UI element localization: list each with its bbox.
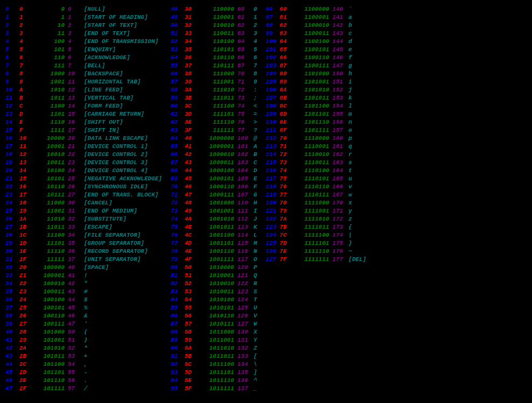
ascii-row: 121791111001171y xyxy=(266,207,366,215)
decimal-value: 44 xyxy=(5,360,19,369)
hex-value: 69 xyxy=(280,78,294,86)
decimal-value: 61 xyxy=(171,110,185,118)
octal-value: 120 xyxy=(237,264,253,272)
ascii-row: 462E10111056. xyxy=(5,377,162,385)
decimal-value: 52 xyxy=(171,38,185,46)
binary-value: 1011101 xyxy=(198,369,237,377)
char-description: [VERTICAL TAB] xyxy=(84,94,133,102)
char-description: & xyxy=(84,312,88,320)
octal-value: 51 xyxy=(68,336,84,344)
decimal-value: 7 xyxy=(5,62,19,70)
ascii-row: 1267E1111110176~ xyxy=(266,248,366,256)
decimal-value: 121 xyxy=(266,207,280,215)
decimal-value: 72 xyxy=(171,199,185,207)
char-description: ^ xyxy=(253,377,257,385)
char-description: + xyxy=(84,352,88,360)
decimal-value: 40 xyxy=(5,328,19,336)
char-description: ) xyxy=(84,336,88,344)
char-description: [END OF TRANS. BLOCK] xyxy=(84,191,159,199)
char-description: [END OF TEXT] xyxy=(84,30,130,38)
octal-value: 134 xyxy=(237,360,253,369)
binary-value: 1100000 xyxy=(294,5,332,13)
octal-value: 104 xyxy=(237,167,253,175)
octal-value: 100 xyxy=(237,135,253,143)
decimal-value: 102 xyxy=(266,54,280,62)
decimal-value: 3 xyxy=(5,30,19,38)
octal-value: 5 xyxy=(68,46,84,54)
hex-value: 42 xyxy=(185,151,198,159)
binary-value: 111011 xyxy=(198,94,237,102)
char-description: c xyxy=(349,30,352,38)
char-description: [SHIFT IN] xyxy=(84,126,119,135)
ascii-row: 633F11111177? xyxy=(171,126,257,135)
ascii-row: 452D10110155- xyxy=(5,369,162,377)
ascii-row: 65411000001101A xyxy=(171,143,257,151)
decimal-value: 56 xyxy=(171,70,185,78)
char-description: [ACKNOWLEDGE] xyxy=(84,54,130,62)
hex-value: 5 xyxy=(19,46,33,54)
binary-value: 11101 xyxy=(33,239,68,248)
binary-value: 0 xyxy=(33,5,68,13)
hex-value: 4B xyxy=(185,223,198,231)
binary-value: 1110 xyxy=(33,118,68,126)
ascii-row: 382610011046& xyxy=(5,312,162,320)
ascii-row: 83531010011123S xyxy=(171,288,257,296)
char-description: K xyxy=(253,223,257,231)
binary-value: 1110001 xyxy=(294,143,332,151)
octal-value: 4 xyxy=(68,38,84,46)
decimal-value: 18 xyxy=(5,151,19,159)
char-description: E xyxy=(253,175,257,183)
decimal-value: 38 xyxy=(5,312,19,320)
decimal-value: 77 xyxy=(171,239,185,248)
hex-value: 24 xyxy=(19,296,33,304)
octal-value: 147 xyxy=(332,62,349,70)
ascii-row: 322010000040[SPACE] xyxy=(5,264,162,272)
char-description: ~ xyxy=(349,248,352,256)
ascii-row: 402810100050( xyxy=(5,328,162,336)
char-description: [CANCEL] xyxy=(84,199,112,207)
ascii-row: 113711110001161q xyxy=(266,143,366,151)
binary-value: 11001 xyxy=(33,207,68,215)
binary-value: 1000110 xyxy=(198,183,237,191)
octal-value: 47 xyxy=(68,320,84,328)
ascii-row: 1076B1101011153k xyxy=(266,94,366,102)
ascii-row: 603C11110074< xyxy=(171,102,257,110)
octal-value: 124 xyxy=(237,296,253,304)
binary-value: 1110011 xyxy=(294,159,332,167)
char-description: d xyxy=(349,38,352,46)
decimal-value: 59 xyxy=(171,94,185,102)
char-description: J xyxy=(253,215,257,223)
ascii-row: 5436110110666 xyxy=(171,54,257,62)
ascii-row: 771117[BELL] xyxy=(5,62,162,70)
binary-value: 1000010 xyxy=(198,151,237,159)
octal-value: 157 xyxy=(332,126,349,135)
octal-value: 165 xyxy=(332,175,349,183)
hex-value: 32 xyxy=(185,22,198,30)
decimal-value: 1 xyxy=(5,13,19,22)
ascii-row: 100641100100144d xyxy=(266,38,366,46)
ascii-row: 69451000101105E xyxy=(171,175,257,183)
decimal-value: 64 xyxy=(171,135,185,143)
char-description: > xyxy=(253,118,257,126)
ascii-row: 5032110010622 xyxy=(171,22,257,30)
hex-value: 5C xyxy=(185,360,198,369)
hex-value: 54 xyxy=(185,296,198,304)
binary-value: 1 xyxy=(33,13,68,22)
char-description: x xyxy=(349,199,352,207)
binary-value: 111010 xyxy=(198,86,237,94)
binary-value: 10100 xyxy=(33,167,68,175)
binary-value: 100010 xyxy=(33,280,68,288)
decimal-value: 111 xyxy=(266,126,280,135)
hex-value: 4C xyxy=(185,231,198,239)
char-description: [END OF MEDIUM] xyxy=(84,207,137,215)
decimal-value: 19 xyxy=(5,159,19,167)
octal-value: 117 xyxy=(237,256,253,264)
octal-value: 34 xyxy=(68,231,84,239)
binary-value: 110110 xyxy=(198,54,237,62)
binary-value: 1111101 xyxy=(294,239,332,248)
binary-value: 110100 xyxy=(198,38,237,46)
decimal-value: 66 xyxy=(171,151,185,159)
binary-value: 111000 xyxy=(198,70,237,78)
octal-value: 77 xyxy=(237,126,253,135)
octal-value: 60 xyxy=(237,5,253,13)
